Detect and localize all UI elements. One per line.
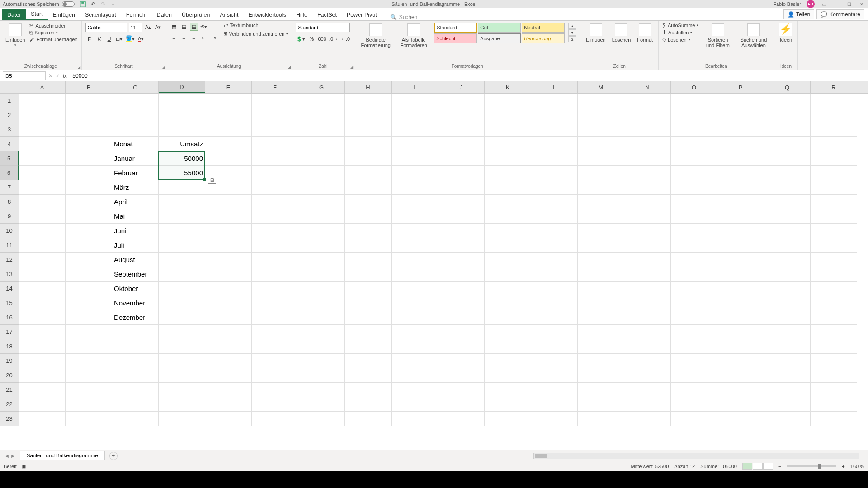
cell[interactable] xyxy=(205,310,252,325)
cell[interactable] xyxy=(205,368,252,383)
currency-icon[interactable]: 💲▾ xyxy=(296,35,306,43)
cell[interactable] xyxy=(671,253,717,267)
autosum-button[interactable]: ∑AutoSumme▾ xyxy=(662,23,698,28)
number-format-select[interactable] xyxy=(296,23,350,32)
row-header[interactable]: 11 xyxy=(0,238,19,253)
cell[interactable] xyxy=(671,310,717,325)
view-normal-icon[interactable] xyxy=(742,463,752,470)
cell[interactable] xyxy=(624,166,671,180)
cell[interactable] xyxy=(252,310,298,325)
cell[interactable] xyxy=(671,94,717,108)
cell[interactable] xyxy=(438,383,485,397)
cell[interactable] xyxy=(624,151,671,166)
cell[interactable]: April xyxy=(112,195,159,209)
cell[interactable] xyxy=(578,339,624,354)
cell-style-ausgabe[interactable]: Ausgabe xyxy=(478,33,521,43)
tab-seitenlayout[interactable]: Seitenlayout xyxy=(80,9,121,20)
row-header[interactable]: 3 xyxy=(0,122,19,137)
cell[interactable] xyxy=(205,195,252,209)
cell[interactable] xyxy=(19,151,66,166)
cell[interactable] xyxy=(485,224,531,238)
cell[interactable] xyxy=(717,296,764,310)
cell[interactable] xyxy=(717,397,764,412)
sheet-nav-next-icon[interactable]: ► xyxy=(10,453,15,459)
cancel-formula-icon[interactable]: ✕ xyxy=(48,73,53,79)
tab-factset[interactable]: FactSet xyxy=(312,9,342,20)
cell[interactable] xyxy=(252,296,298,310)
cell[interactable] xyxy=(298,354,345,368)
row-header[interactable]: 6 xyxy=(0,166,19,180)
cell[interactable] xyxy=(252,339,298,354)
cell[interactable] xyxy=(345,339,392,354)
cell[interactable] xyxy=(252,180,298,195)
cell[interactable] xyxy=(66,151,112,166)
cell[interactable] xyxy=(252,282,298,296)
cell[interactable] xyxy=(205,397,252,412)
cell[interactable] xyxy=(811,397,857,412)
dialog-launcher-icon[interactable]: ◢ xyxy=(350,65,353,69)
cell[interactable] xyxy=(66,383,112,397)
cell[interactable] xyxy=(764,383,811,397)
cell[interactable] xyxy=(392,368,438,383)
cell[interactable] xyxy=(345,166,392,180)
cell[interactable] xyxy=(252,122,298,137)
cell[interactable] xyxy=(392,325,438,339)
cell[interactable] xyxy=(531,108,578,122)
cell[interactable] xyxy=(205,108,252,122)
close-icon[interactable]: ✕ xyxy=(858,0,865,8)
row-header[interactable]: 15 xyxy=(0,296,19,310)
cell[interactable] xyxy=(624,253,671,267)
cell[interactable] xyxy=(345,368,392,383)
fx-icon[interactable]: fx xyxy=(63,73,67,79)
row-header[interactable]: 2 xyxy=(0,108,19,122)
cell[interactable] xyxy=(811,166,857,180)
cell[interactable] xyxy=(345,412,392,426)
cell[interactable] xyxy=(624,296,671,310)
cell[interactable] xyxy=(811,253,857,267)
cell[interactable] xyxy=(298,296,345,310)
row-header[interactable]: 17 xyxy=(0,325,19,339)
cell[interactable] xyxy=(66,310,112,325)
cell[interactable] xyxy=(578,166,624,180)
cell[interactable]: Mai xyxy=(112,209,159,224)
cell[interactable] xyxy=(717,151,764,166)
cell[interactable] xyxy=(298,412,345,426)
row-header[interactable]: 12 xyxy=(0,253,19,267)
cell[interactable] xyxy=(392,180,438,195)
formula-input[interactable]: 50000 xyxy=(70,72,868,80)
cell[interactable] xyxy=(624,108,671,122)
cell[interactable] xyxy=(531,339,578,354)
column-header[interactable]: A xyxy=(19,81,66,93)
cell[interactable] xyxy=(205,122,252,137)
cell[interactable] xyxy=(485,166,531,180)
cell[interactable] xyxy=(717,137,764,151)
align-right-icon[interactable]: ≡ xyxy=(190,33,198,42)
cell[interactable] xyxy=(438,122,485,137)
cell[interactable] xyxy=(159,310,205,325)
cell[interactable] xyxy=(578,253,624,267)
conditional-formatting-button[interactable]: Bedingte Formatierung xyxy=(358,23,393,49)
cell[interactable] xyxy=(19,267,66,282)
save-icon[interactable] xyxy=(80,1,86,7)
cell[interactable] xyxy=(624,238,671,253)
cell[interactable] xyxy=(811,267,857,282)
cell[interactable] xyxy=(671,122,717,137)
cell[interactable] xyxy=(624,195,671,209)
cell[interactable] xyxy=(624,224,671,238)
cell[interactable] xyxy=(298,151,345,166)
tab-daten[interactable]: Daten xyxy=(152,9,177,20)
cell[interactable] xyxy=(298,209,345,224)
decrease-font-icon[interactable]: A▾ xyxy=(154,23,162,32)
cell[interactable] xyxy=(66,296,112,310)
cell[interactable] xyxy=(578,94,624,108)
cell[interactable] xyxy=(531,282,578,296)
cell[interactable] xyxy=(438,282,485,296)
cell[interactable] xyxy=(578,108,624,122)
cell[interactable] xyxy=(764,354,811,368)
cell-style-standard[interactable]: Standard xyxy=(434,23,477,33)
styles-more-icon[interactable]: ⊻ xyxy=(568,36,576,42)
row-header[interactable]: 21 xyxy=(0,383,19,397)
column-header[interactable]: G xyxy=(298,81,345,93)
cell[interactable] xyxy=(485,325,531,339)
cell[interactable] xyxy=(159,296,205,310)
